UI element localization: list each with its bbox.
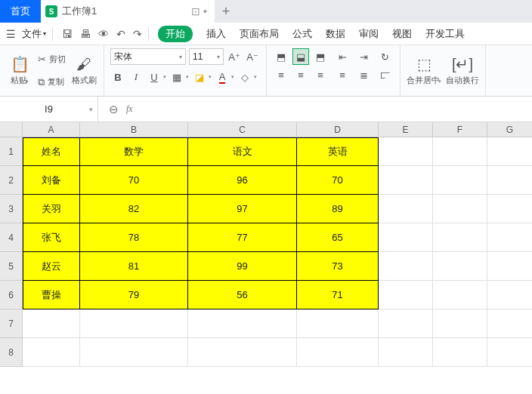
row-head-8[interactable]: 8	[0, 338, 23, 367]
tab-insert[interactable]: 插入	[206, 27, 226, 41]
cell-A4[interactable]: 张飞	[23, 223, 80, 252]
decrease-indent-icon[interactable]: ⇤	[333, 48, 351, 65]
align-middle-icon[interactable]: ⬓	[292, 48, 309, 65]
increase-font-icon[interactable]: A⁺	[227, 49, 242, 64]
clear-format-button[interactable]: ◇	[237, 69, 252, 85]
cell-F4[interactable]	[433, 223, 487, 252]
cell-F5[interactable]	[433, 252, 487, 281]
row-head-6[interactable]: 6	[0, 281, 23, 309]
cell-B4[interactable]: 78	[80, 223, 188, 252]
col-head-F[interactable]: F	[433, 122, 487, 137]
cell-D5[interactable]: 73	[297, 252, 379, 281]
document-tab[interactable]: S 工作簿1 ⊡ •	[41, 0, 215, 23]
copy-button[interactable]: ⧉复制	[38, 76, 66, 88]
cell-A8[interactable]	[23, 338, 80, 367]
tab-start[interactable]: 开始	[158, 26, 193, 42]
col-head-B[interactable]: B	[80, 122, 188, 137]
distribute-h-icon[interactable]: ≡	[333, 66, 351, 83]
cell-B7[interactable]	[80, 309, 188, 338]
cell-G2[interactable]	[487, 166, 532, 195]
save-icon[interactable]: 🖫	[62, 28, 73, 40]
formula-input[interactable]	[144, 97, 532, 122]
cell-A1[interactable]: 姓名	[23, 137, 80, 166]
row-head-3[interactable]: 3	[0, 195, 23, 223]
cell-C6[interactable]: 56	[188, 281, 297, 309]
cell-E4[interactable]	[379, 223, 433, 252]
format-painter-button[interactable]: 🖌 格式刷	[70, 48, 97, 93]
decrease-font-icon[interactable]: A⁻	[245, 49, 260, 64]
paste-button[interactable]: 📋 粘贴▾	[6, 48, 33, 93]
cell-F7[interactable]	[433, 309, 487, 338]
cell-C5[interactable]: 99	[188, 252, 297, 281]
cell-B5[interactable]: 81	[80, 252, 188, 281]
cell-F1[interactable]	[433, 137, 487, 166]
cancel-icon[interactable]: ⊖	[109, 103, 119, 116]
cell-C2[interactable]: 96	[188, 166, 297, 195]
cell-D3[interactable]: 89	[297, 195, 379, 223]
cell-B1[interactable]: 数学	[80, 137, 188, 166]
cell-E6[interactable]	[379, 281, 433, 309]
undo-icon[interactable]: ↶	[116, 28, 125, 40]
cell-A3[interactable]: 关羽	[23, 195, 80, 223]
cell-B2[interactable]: 70	[80, 166, 188, 195]
cut-button[interactable]: ✂剪切	[38, 54, 66, 65]
align-bottom-icon[interactable]: ⬒	[312, 48, 329, 65]
cell-G3[interactable]	[487, 195, 532, 223]
cell-G8[interactable]	[487, 338, 532, 367]
row-head-1[interactable]: 1	[0, 137, 23, 166]
align-center-icon[interactable]: ≡	[292, 66, 309, 83]
cell-D7[interactable]	[297, 309, 379, 338]
col-head-D[interactable]: D	[297, 122, 379, 137]
cell-F6[interactable]	[433, 281, 487, 309]
tab-data[interactable]: 数据	[326, 27, 345, 41]
add-tab-button[interactable]: +	[215, 0, 237, 23]
tab-review[interactable]: 审阅	[359, 27, 379, 41]
row-head-4[interactable]: 4	[0, 223, 23, 252]
tab-menu-icon[interactable]: ⊡ •	[191, 5, 207, 17]
cell-B6[interactable]: 79	[80, 281, 188, 309]
menu-icon[interactable]: ☰	[6, 28, 16, 40]
cell-E1[interactable]	[379, 137, 433, 166]
col-head-A[interactable]: A	[23, 122, 80, 137]
align-left-icon[interactable]: ≡	[273, 66, 289, 83]
cell-B8[interactable]	[80, 338, 188, 367]
row-head-2[interactable]: 2	[0, 166, 23, 195]
cell-B3[interactable]: 82	[80, 195, 188, 223]
cell-E8[interactable]	[379, 338, 433, 367]
home-tab[interactable]: 首页	[0, 0, 41, 23]
row-head-7[interactable]: 7	[0, 309, 23, 338]
fill-color-button[interactable]: ◪	[192, 69, 207, 85]
cell-D2[interactable]: 70	[297, 166, 379, 195]
row-head-5[interactable]: 5	[0, 252, 23, 281]
orientation-icon[interactable]: ↻	[376, 48, 394, 65]
cell-E7[interactable]	[379, 309, 433, 338]
align-right-icon[interactable]: ≡	[312, 66, 329, 83]
name-box[interactable]: I9▾	[0, 97, 98, 122]
select-all-corner[interactable]	[0, 122, 23, 137]
cell-F2[interactable]	[433, 166, 487, 195]
print-icon[interactable]: 🖶	[80, 28, 91, 40]
cell-A2[interactable]: 刘备	[23, 166, 80, 195]
col-head-E[interactable]: E	[379, 122, 433, 137]
cell-C7[interactable]	[188, 309, 297, 338]
tab-view[interactable]: 视图	[392, 27, 412, 41]
cell-D1[interactable]: 英语	[297, 137, 379, 166]
underline-button[interactable]: U	[147, 69, 162, 85]
file-menu[interactable]: 文件▾	[22, 27, 46, 41]
cell-G6[interactable]	[487, 281, 532, 309]
cell-A6[interactable]: 曹操	[23, 281, 80, 309]
cell-E3[interactable]	[379, 195, 433, 223]
cell-G7[interactable]	[487, 309, 532, 338]
cell-E5[interactable]	[379, 252, 433, 281]
cell-G5[interactable]	[487, 252, 532, 281]
distribute-v-icon[interactable]: ≣	[354, 66, 373, 83]
redo-icon[interactable]: ↷	[133, 28, 142, 40]
cell-F8[interactable]	[433, 338, 487, 367]
cell-F3[interactable]	[433, 195, 487, 223]
cell-D6[interactable]: 71	[297, 281, 379, 309]
font-name-combo[interactable]: 宋体▾	[110, 48, 186, 65]
col-head-G[interactable]: G	[487, 122, 532, 137]
preview-icon[interactable]: 👁	[98, 28, 109, 40]
increase-indent-icon[interactable]: ⇥	[354, 48, 373, 65]
wrap-text-button[interactable]: [↵] 自动换行	[446, 48, 479, 93]
